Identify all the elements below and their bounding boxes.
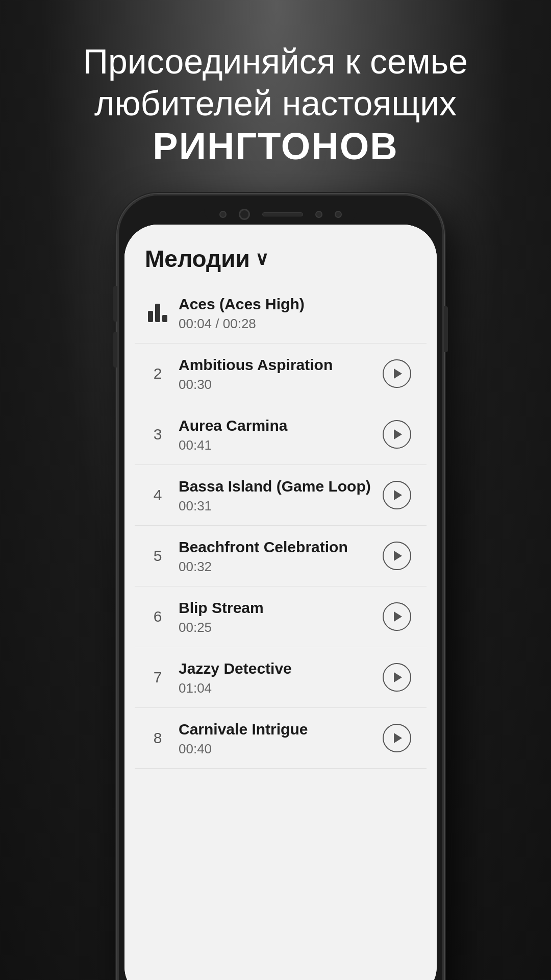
song-info: Jazzy Detective 01:04	[170, 658, 383, 696]
front-camera-right	[315, 211, 322, 218]
song-info: Aces (Aces High) 00:04 / 00:28	[170, 294, 416, 332]
promo-line3: РИНГТОНОВ	[31, 124, 520, 169]
play-arrow-icon	[394, 490, 402, 500]
volume-up-button	[113, 286, 117, 322]
song-duration: 00:32	[179, 559, 383, 575]
song-duration: 00:41	[179, 437, 383, 453]
front-camera-left	[219, 211, 227, 218]
song-title: Carnivale Intrigue	[179, 719, 383, 739]
play-arrow-icon	[394, 551, 402, 561]
play-arrow-icon	[394, 733, 402, 743]
song-title: Jazzy Detective	[179, 658, 383, 678]
bar-1	[148, 311, 153, 322]
song-duration: 00:25	[179, 620, 383, 635]
song-info: Carnivale Intrigue 00:40	[170, 719, 383, 757]
list-item[interactable]: 5 Beachfront Celebration 00:32	[135, 526, 427, 586]
song-info: Blip Stream 00:25	[170, 598, 383, 635]
list-item[interactable]: 8 Carnivale Intrigue 00:40	[135, 708, 427, 769]
bar-3	[162, 315, 167, 322]
song-info: Beachfront Celebration 00:32	[170, 537, 383, 575]
promo-section: Присоединяйся к семье любителей настоящи…	[0, 41, 551, 169]
play-button[interactable]	[383, 542, 411, 570]
song-title: Ambitious Aspiration	[179, 355, 383, 375]
play-button[interactable]	[383, 663, 411, 692]
play-button[interactable]	[383, 359, 411, 388]
song-list: Aces (Aces High) 00:04 / 00:28 2 Ambitio…	[124, 283, 437, 769]
song-title: Bassa Island (Game Loop)	[179, 476, 383, 496]
play-arrow-icon	[394, 429, 402, 439]
play-arrow-icon	[394, 672, 402, 682]
list-item[interactable]: 3 Aurea Carmina 00:41	[135, 404, 427, 465]
song-title: Beachfront Celebration	[179, 537, 383, 557]
song-number: 6	[145, 608, 170, 625]
melodies-title: Мелодии	[145, 245, 250, 273]
sensor-dot	[335, 211, 342, 218]
list-item[interactable]: 2 Ambitious Aspiration 00:30	[135, 344, 427, 404]
power-button	[444, 306, 448, 352]
speaker-bar	[262, 212, 303, 216]
song-duration: 00:04 / 00:28	[179, 316, 416, 332]
play-button[interactable]	[383, 420, 411, 449]
header-title-container[interactable]: Мелодии ∨	[145, 245, 416, 273]
song-title: Aurea Carmina	[179, 415, 383, 435]
list-item[interactable]: 4 Bassa Island (Game Loop) 00:31	[135, 465, 427, 526]
song-number: 3	[145, 426, 170, 443]
song-number: 5	[145, 547, 170, 565]
song-title: Aces (Aces High)	[179, 294, 416, 314]
phone-screen: Мелодии ∨ Aces (Aces High)	[124, 225, 437, 980]
front-camera-main	[239, 209, 250, 220]
list-item[interactable]: 6 Blip Stream 00:25	[135, 586, 427, 647]
screen-content: Мелодии ∨ Aces (Aces High)	[124, 225, 437, 980]
bar-2	[155, 304, 160, 322]
song-number: 7	[145, 669, 170, 686]
song-title: Blip Stream	[179, 598, 383, 618]
play-button[interactable]	[383, 724, 411, 752]
song-duration: 00:40	[179, 741, 383, 757]
song-duration: 01:04	[179, 680, 383, 696]
play-arrow-icon	[394, 611, 402, 622]
song-number: 8	[145, 729, 170, 747]
promo-line2: любителей настоящих	[31, 83, 520, 125]
song-info: Aurea Carmina 00:41	[170, 415, 383, 453]
play-arrow-icon	[394, 369, 402, 379]
play-button[interactable]	[383, 481, 411, 509]
volume-down-button	[113, 332, 117, 368]
list-item[interactable]: 7 Jazzy Detective 01:04	[135, 647, 427, 708]
list-item[interactable]: Aces (Aces High) 00:04 / 00:28	[135, 283, 427, 344]
phone-mockup: Мелодии ∨ Aces (Aces High)	[117, 194, 444, 980]
app-header[interactable]: Мелодии ∨	[124, 225, 437, 283]
song-info: Ambitious Aspiration 00:30	[170, 355, 383, 393]
song-number: 4	[145, 486, 170, 504]
song-info: Bassa Island (Game Loop) 00:31	[170, 476, 383, 514]
song-number: 2	[145, 365, 170, 382]
play-button[interactable]	[383, 602, 411, 631]
chevron-down-icon: ∨	[255, 248, 268, 270]
song-duration: 00:31	[179, 498, 383, 514]
phone-frame: Мелодии ∨ Aces (Aces High)	[117, 194, 444, 980]
song-duration: 00:30	[179, 377, 383, 393]
phone-notch	[204, 204, 357, 225]
promo-line1: Присоединяйся к семье	[31, 41, 520, 83]
playing-indicator	[145, 304, 170, 322]
